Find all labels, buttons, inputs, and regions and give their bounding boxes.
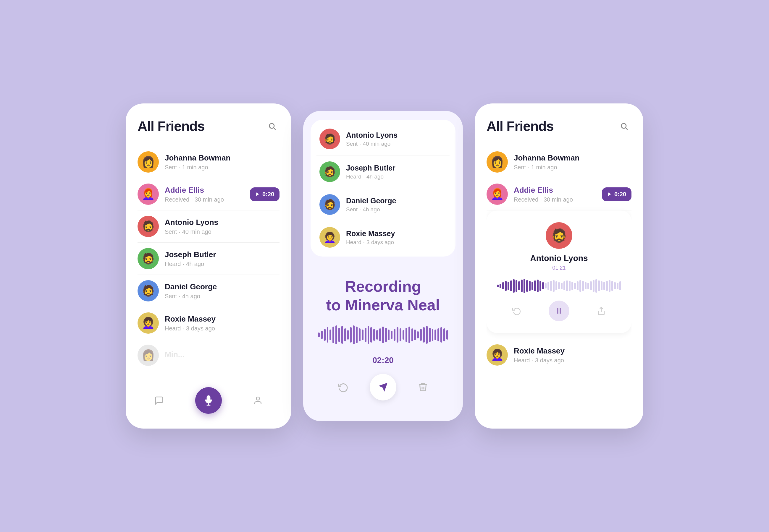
svg-line-8 [626,128,627,129]
left-bottom-nav [137,381,279,414]
friend-info-roxie: Roxie Massey Heard·3 days ago [165,314,279,332]
middle-status-joseph: Heard·4h ago [346,173,396,180]
right-avatar-johanna: 👩 [487,151,508,173]
friend-info-joseph: Joseph Butler Heard·4h ago [165,250,279,267]
recording-timer: 02:20 [372,356,394,365]
friend-status-daniel: Sent·4h ago [165,293,279,300]
friend-status-antonio: Sent·40 min ago [165,228,279,235]
friend-item-roxie[interactable]: 👩‍🦱 Roxie Massey Heard·3 days ago [137,307,279,339]
player-share-button[interactable] [594,304,609,318]
send-button[interactable] [370,374,396,400]
middle-friend-antonio[interactable]: 🧔 Antonio Lyons Sent·40 min ago [316,123,450,155]
left-friends-list: 👩 Johanna Bowman Sent·1 min ago 👩‍🦰 Addi… [137,146,279,381]
right-search-button[interactable] [617,119,632,134]
player-card: 🧔 Antonio Lyons 01:21 [487,210,632,333]
avatar-antonio: 🧔 [137,216,159,237]
middle-info-joseph: Joseph Butler Heard·4h ago [346,164,396,180]
right-info-addie: Addie Ellis Received·30 min ago [514,186,596,203]
svg-rect-10 [557,308,559,314]
friend-status-johanna: Sent·1 min ago [165,164,279,171]
recording-section: Recording to Minerva Neal 02:20 [303,262,463,421]
friend-info-daniel: Daniel George Sent·4h ago [165,282,279,300]
player-pause-button[interactable] [549,301,569,321]
middle-avatar-daniel: 🧔 [319,194,340,215]
play-icon [255,192,260,197]
svg-point-0 [269,124,274,128]
friend-item-joseph[interactable]: 🧔 Joseph Butler Heard·4h ago [137,243,279,275]
right-name-addie: Addie Ellis [514,186,596,195]
player-time-label: 01:21 [497,265,621,271]
middle-name-roxie: Roxie Massey [346,229,395,238]
middle-info-roxie: Roxie Massey Heard·3 days ago [346,229,395,246]
avatar-addie: 👩‍🦰 [137,184,159,205]
middle-status-roxie: Heard·3 days ago [346,239,395,246]
right-voice-badge-addie[interactable]: 0:20 [602,187,632,201]
send-icon [378,382,389,392]
right-friend-addie[interactable]: 👩‍🦰 Addie Ellis Received·30 min ago 0:20 [487,178,632,210]
phone-right: All Friends 👩 Johanna Bowman Sent·1 min … [475,103,643,429]
friend-name-daniel: Daniel George [165,282,279,291]
right-search-icon [620,122,628,130]
mic-record-button[interactable] [195,387,222,414]
phone-middle: 🧔 Antonio Lyons Sent·40 min ago 🧔 Joseph… [303,111,463,421]
player-name: Antonio Lyons [497,254,621,263]
share-icon [597,306,606,315]
player-replay-icon [512,306,521,315]
left-search-button[interactable] [265,119,279,134]
middle-friend-joseph[interactable]: 🧔 Joseph Butler Heard·4h ago [316,155,450,188]
left-title: All Friends [137,118,205,134]
right-title: All Friends [487,118,554,134]
friend-name-addie: Addie Ellis [165,186,244,195]
friend-item-johanna[interactable]: 👩 Johanna Bowman Sent·1 min ago [137,146,279,178]
chat-icon [154,396,164,405]
chat-nav-button[interactable] [152,393,166,408]
friend-status-addie: Received·30 min ago [165,196,244,203]
middle-avatar-roxie: 👩‍🦱 [319,227,340,248]
friend-status-joseph: Heard·4h ago [165,261,279,267]
search-icon [268,122,276,130]
recording-title: Recording to Minerva Neal [326,277,440,314]
friend-item-daniel[interactable]: 🧔 Daniel George Sent·4h ago [137,275,279,307]
phone-left: All Friends 👩 Johanna Bowman Sent·1 min … [126,103,291,429]
friend-name-johanna: Johanna Bowman [165,153,279,163]
friend-item-antonio[interactable]: 🧔 Antonio Lyons Sent·40 min ago [137,210,279,243]
right-name-johanna: Johanna Bowman [514,153,632,163]
player-replay-button[interactable] [509,304,524,318]
right-header: All Friends [487,118,632,134]
middle-status-daniel: Sent·4h ago [346,206,396,213]
pause-icon [555,307,563,315]
friend-info-partial: Min... [165,350,279,361]
svg-line-1 [273,128,275,129]
friend-item-addie[interactable]: 👩‍🦰 Addie Ellis Received·30 min ago 0:20 [137,178,279,210]
friend-status-roxie: Heard·3 days ago [165,325,279,332]
middle-name-daniel: Daniel George [346,197,396,205]
middle-name-joseph: Joseph Butler [346,164,396,172]
middle-name-antonio: Antonio Lyons [346,131,398,140]
friend-info-johanna: Johanna Bowman Sent·1 min ago [165,153,279,171]
avatar-daniel: 🧔 [137,280,159,301]
avatar-roxie: 👩‍🦱 [137,312,159,334]
delete-button[interactable] [414,378,432,396]
avatar-johanna: 👩 [137,151,159,173]
right-friend-johanna[interactable]: 👩 Johanna Bowman Sent·1 min ago [487,146,632,178]
avatar-joseph: 🧔 [137,248,159,269]
middle-friend-daniel[interactable]: 🧔 Daniel George Sent·4h ago [316,188,450,221]
phones-container: All Friends 👩 Johanna Bowman Sent·1 min … [126,103,643,429]
right-avatar-addie: 👩‍🦰 [487,184,508,205]
waveform [318,323,448,347]
friend-name-joseph: Joseph Butler [165,250,279,259]
right-status-johanna: Sent·1 min ago [514,164,632,171]
friend-item-partial: 👩 Min... [137,339,279,371]
right-info-roxie: Roxie Massey Heard·3 days ago [514,346,632,364]
right-friend-roxie[interactable]: 👩‍🦱 Roxie Massey Heard·3 days ago [487,339,632,371]
middle-status-antonio: Sent·40 min ago [346,141,398,147]
middle-info-antonio: Antonio Lyons Sent·40 min ago [346,131,398,147]
right-info-johanna: Johanna Bowman Sent·1 min ago [514,153,632,171]
replay-button[interactable] [334,378,352,396]
profile-nav-button[interactable] [250,393,265,408]
profile-icon [253,396,263,405]
voice-badge-addie[interactable]: 0:20 [250,187,279,201]
svg-point-7 [621,124,626,128]
middle-info-daniel: Daniel George Sent·4h ago [346,197,396,213]
middle-friend-roxie[interactable]: 👩‍🦱 Roxie Massey Heard·3 days ago [316,221,450,254]
